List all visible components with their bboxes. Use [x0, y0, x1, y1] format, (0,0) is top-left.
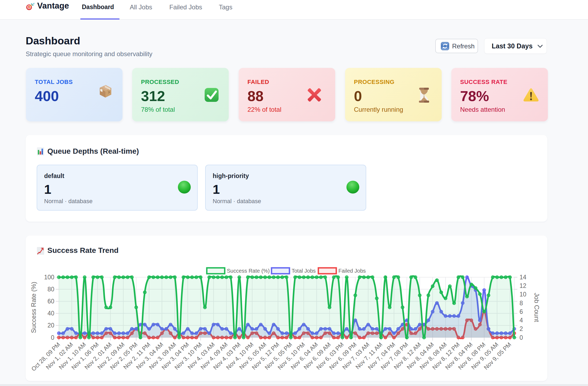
- svg-text:4: 4: [520, 317, 523, 324]
- svg-text:40: 40: [47, 310, 54, 317]
- svg-text:8: 8: [520, 300, 523, 307]
- svg-text:12: 12: [520, 282, 526, 289]
- svg-text:0: 0: [520, 334, 523, 341]
- svg-text:Success Rate (%): Success Rate (%): [30, 282, 37, 333]
- svg-text:20: 20: [47, 322, 54, 329]
- svg-text:10: 10: [520, 291, 526, 298]
- svg-text:6: 6: [520, 308, 523, 315]
- svg-text:0: 0: [51, 334, 54, 341]
- svg-text:60: 60: [47, 298, 54, 305]
- svg-text:100: 100: [44, 274, 54, 281]
- svg-text:14: 14: [520, 274, 526, 281]
- svg-text:2: 2: [520, 325, 523, 332]
- svg-text:Success Rate (%): Success Rate (%): [227, 268, 270, 274]
- svg-text:Total Jobs: Total Jobs: [292, 268, 316, 274]
- svg-text:Failed Jobs: Failed Jobs: [338, 268, 366, 274]
- svg-text:80: 80: [47, 286, 54, 293]
- svg-text:Job Count: Job Count: [533, 293, 540, 322]
